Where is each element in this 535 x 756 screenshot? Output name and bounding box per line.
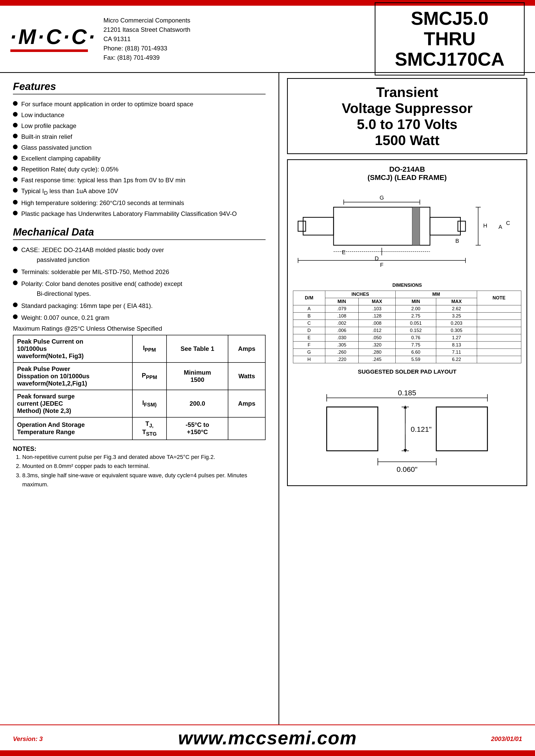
notes-section: NOTES: Non-repetitive current pulse per … [13, 445, 266, 489]
package-box: DO-214AB (SMCJ) (LEAD FRAME) [287, 159, 527, 486]
transient-box: Transient Voltage Suppressor 5.0 to 170 … [287, 78, 527, 154]
table-row: A .079 .103 2.00 2.62 [293, 305, 521, 313]
bullet-icon [13, 166, 17, 171]
features-list: For surface mount application in order t… [13, 99, 266, 218]
svg-rect-0 [303, 217, 334, 235]
table-cell: See Table 1 [166, 335, 228, 362]
svg-text:F: F [380, 262, 383, 268]
bullet-icon [13, 112, 17, 117]
table-cell: PPPM [132, 362, 167, 390]
svg-rect-4 [458, 221, 465, 231]
bullet-icon [13, 281, 17, 285]
table-cell: 3.25 [436, 313, 477, 320]
list-item: CASE: JEDEC DO-214AB molded plastic body… [13, 245, 266, 265]
header: ·M·C·C· Micro Commercial Components 2120… [0, 6, 535, 73]
company-phone: Phone: (818) 701-4933 [103, 44, 190, 53]
table-row: H .220 .245 5.59 6.22 [293, 356, 521, 363]
part-line3: SMCJ170CA [386, 49, 514, 70]
table-cell: 2.62 [436, 305, 477, 313]
table-cell: .050 [358, 334, 395, 342]
table-cell: A [293, 305, 325, 313]
list-item: Fast response time: typical less than 1p… [13, 176, 266, 185]
table-cell [477, 313, 521, 320]
bullet-icon [13, 268, 17, 273]
bullet-icon [13, 314, 17, 319]
part-line2: THRU [386, 29, 514, 49]
table-cell: D [293, 327, 325, 334]
list-item: Low profile package [13, 121, 266, 130]
table-cell: .128 [358, 313, 395, 320]
table-row: Operation And StorageTemperature Range T… [13, 417, 265, 440]
company-address2: CA 91311 [103, 34, 190, 44]
footer-date: 2003/01/01 [491, 735, 522, 742]
version-value: 3 [39, 735, 43, 742]
table-cell [477, 305, 521, 313]
table-cell [477, 327, 521, 334]
table-cell: 7.75 [395, 342, 436, 349]
table-cell: .002 [325, 320, 358, 327]
list-item: Built-in strain relief [13, 132, 266, 141]
table-header: INCHES [325, 291, 395, 298]
bullet-icon [13, 302, 17, 307]
table-cell: IFSM) [132, 390, 167, 417]
table-cell: 8.13 [436, 342, 477, 349]
part-line1: SMCJ5.0 [386, 8, 514, 29]
table-header: MIN [325, 298, 358, 305]
logo-area: ·M·C·C· [10, 26, 93, 52]
table-cell: Watts [228, 362, 265, 390]
table-cell: Minimum1500 [166, 362, 228, 390]
package-diagram: G H D A C E B [293, 184, 521, 281]
table-cell [477, 349, 521, 356]
table-cell: .079 [325, 305, 358, 313]
table-row: D .006 .012 0.152 0.305 [293, 327, 521, 334]
table-header: MM [395, 291, 477, 298]
table-row: G .260 .280 6.60 7.11 [293, 349, 521, 356]
bullet-icon [13, 123, 17, 127]
table-cell: .305 [325, 342, 358, 349]
svg-rect-1 [298, 221, 306, 231]
svg-rect-25 [327, 407, 378, 451]
transient-title: Transient Voltage Suppressor 5.0 to 170 … [296, 84, 519, 148]
table-header: NOTE [477, 291, 521, 305]
table-cell: H [293, 356, 325, 363]
table-header: MAX [358, 298, 395, 305]
logo-red-bar [10, 49, 88, 52]
footer-url-text: www.mccsemi.com [178, 728, 357, 748]
table-cell [477, 320, 521, 327]
svg-text:E: E [342, 249, 346, 255]
table-cell: F [293, 342, 325, 349]
list-item: Plastic package has Underwrites Laborato… [13, 209, 266, 218]
table-cell: Amps [228, 335, 265, 362]
logo-text: ·M·C·C· [10, 26, 97, 47]
company-info: Micro Commercial Components 21201 Itasca… [103, 16, 190, 62]
svg-text:C: C [506, 220, 510, 226]
table-row: E .030 .050 0.76 1.27 [293, 334, 521, 342]
main-content: Features For surface mount application i… [0, 73, 535, 725]
list-item: Repetition Rate( duty cycle): 0.05% [13, 165, 266, 174]
solder-diagram: 0.185 0.121" 0.060" [316, 378, 498, 480]
table-cell: .260 [325, 349, 358, 356]
list-item: Terminals: solderable per MIL-STD-750, M… [13, 267, 266, 277]
bullet-icon [13, 145, 17, 149]
package-title: DO-214AB (SMCJ) (LEAD FRAME) [293, 165, 521, 182]
solder-title: SUGGESTED SOLDER PAD LAYOUT [293, 368, 521, 375]
list-item: Glass passivated junction [13, 143, 266, 152]
table-cell: .030 [325, 334, 358, 342]
bullet-icon [13, 188, 17, 193]
list-item: Mounted on 8.0mm² copper pads to each te… [22, 462, 266, 470]
list-item: High temperature soldering: 260°C/10 sec… [13, 198, 266, 208]
list-item: Typical ID less than 1uA above 10V [13, 186, 266, 197]
table-cell: 6.22 [436, 356, 477, 363]
list-item: Non-repetitive current pulse per Fig.3 a… [22, 453, 266, 462]
part-number-box: SMCJ5.0 THRU SMCJ170CA [375, 2, 525, 76]
footer: www.mccsemi.com Version: 3 2003/01/01 [0, 724, 535, 750]
list-item: Standard packaging: 16mm tape per ( EIA … [13, 301, 266, 311]
right-panel: Transient Voltage Suppressor 5.0 to 170 … [279, 73, 535, 725]
transient-line4: 1500 Watt [296, 132, 519, 148]
table-cell: Peak forward surgecurrent (JEDECMethod) … [13, 390, 132, 417]
package-line2: (SMCJ) (LEAD FRAME) [367, 174, 447, 182]
transient-line1: Transient [296, 84, 519, 100]
svg-text:D: D [375, 255, 379, 262]
table-cell: Peak Pulse PowerDisspation on 10/1000usw… [13, 362, 132, 390]
bullet-icon [13, 211, 17, 215]
